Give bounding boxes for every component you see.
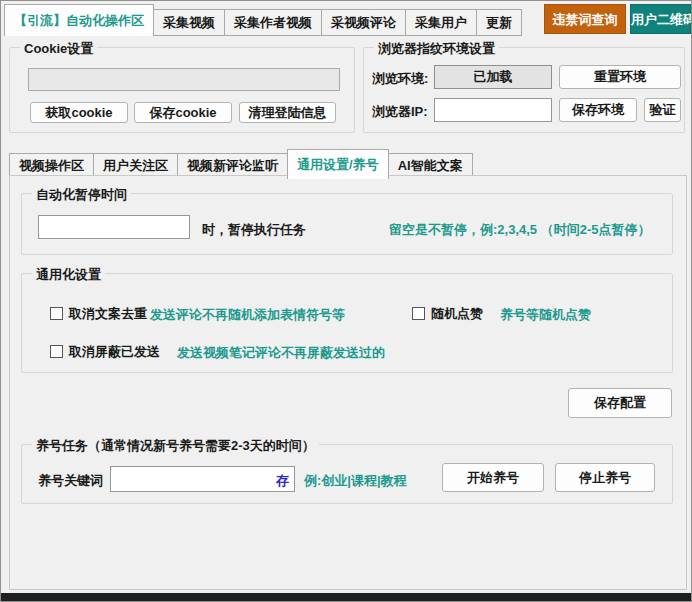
nurture-keyword-hint: 例:创业|课程|教程 (304, 472, 407, 490)
window-bottom-edge (1, 593, 691, 601)
keyword-save-link[interactable]: 存 (276, 472, 289, 490)
option-random-like[interactable]: 随机点赞 (412, 305, 483, 323)
stop-nurture-button[interactable]: 停止养号 (555, 463, 655, 492)
option-no-dedup[interactable]: 取消文案去重 (50, 305, 147, 323)
tab-update[interactable]: 更新 (476, 9, 522, 36)
env-label: 浏览环境: (372, 70, 428, 88)
cookie-group-title: Cookie设置 (20, 40, 97, 58)
cookie-value-field[interactable] (28, 68, 340, 91)
browser-env-group-title: 浏览器指纹环境设置 (374, 40, 499, 58)
auto-pause-group-title: 自动化暂停时间 (32, 186, 131, 204)
nurture-group-title: 养号任务（通常情况新号养号需要2-3天的时间） (32, 437, 319, 455)
nurture-task-group: 养号任务（通常情况新号养号需要2-3天的时间） 养号关键词 存 例:创业|课程|… (21, 444, 673, 504)
get-cookie-button[interactable]: 获取cookie (30, 102, 128, 123)
random-like-checkbox[interactable] (412, 307, 425, 320)
general-group-title: 通用化设置 (32, 266, 105, 284)
tab-collect-video-comments[interactable]: 采视频评论 (321, 9, 406, 36)
option-no-block-sent[interactable]: 取消屏蔽已发送 (50, 343, 160, 361)
forbidden-words-query-button[interactable]: 违禁词查询 (544, 4, 626, 34)
no-block-sent-checkbox[interactable] (50, 345, 63, 358)
pause-suffix-label: 时，暂停执行任务 (202, 221, 306, 239)
general-settings-group: 通用化设置 取消文案去重 发送评论不再随机添加表情符号等 随机点赞 养号等随机点… (21, 273, 673, 373)
save-env-button[interactable]: 保存环境 (559, 98, 637, 122)
browser-ip-field[interactable] (434, 98, 552, 122)
pause-hint: 留空是不暂停，例:2,3,4,5 （时间2-5点暂停） (389, 221, 651, 239)
no-dedup-hint: 发送评论不再随机添加表情符号等 (150, 306, 345, 324)
cookie-settings-group: Cookie设置 获取cookie 保存cookie 清理登陆信息 (9, 47, 355, 133)
nurture-keyword-label: 养号关键词 (38, 472, 103, 490)
pause-hours-field[interactable] (38, 215, 190, 239)
random-like-hint: 养号等随机点赞 (500, 306, 591, 324)
no-block-sent-label[interactable]: 取消屏蔽已发送 (69, 344, 160, 359)
env-status-box: 已加载 (434, 65, 552, 89)
clear-login-info-button[interactable]: 清理登陆信息 (239, 102, 336, 123)
no-block-sent-hint: 发送视频笔记评论不再屏蔽发送过的 (177, 344, 385, 362)
main-tab-bar: 【引流】自动化操作区 采集视频 采集作者视频 采视频评论 采集用户 更新 (4, 4, 521, 36)
tab-auto-operation[interactable]: 【引流】自动化操作区 (4, 4, 154, 36)
tab-collect-author-video[interactable]: 采集作者视频 (224, 9, 322, 36)
auto-pause-group: 自动化暂停时间 时，暂停执行任务 留空是不暂停，例:2,3,4,5 （时间2-5… (21, 193, 673, 255)
tab-collect-video[interactable]: 采集视频 (153, 9, 225, 36)
random-like-label[interactable]: 随机点赞 (431, 306, 483, 321)
app-window: 【引流】自动化操作区 采集视频 采集作者视频 采视频评论 采集用户 更新 违禁词… (0, 0, 692, 602)
nurture-keyword-field[interactable] (110, 466, 295, 492)
save-config-button[interactable]: 保存配置 (568, 388, 672, 418)
no-dedup-label[interactable]: 取消文案去重 (69, 306, 147, 321)
reset-env-button[interactable]: 重置环境 (559, 65, 681, 89)
verify-button[interactable]: 验证 (644, 98, 681, 122)
no-dedup-checkbox[interactable] (50, 307, 63, 320)
user-qrcode-button[interactable]: 用户二维码 (630, 4, 691, 34)
browser-env-group: 浏览器指纹环境设置 浏览环境: 已加载 重置环境 浏览器IP: 保存环境 验证 (363, 47, 685, 133)
browser-ip-label: 浏览器IP: (372, 103, 428, 121)
start-nurture-button[interactable]: 开始养号 (442, 463, 544, 492)
tab-collect-users[interactable]: 采集用户 (405, 9, 477, 36)
save-cookie-button[interactable]: 保存cookie (134, 102, 232, 123)
subtab-general-settings[interactable]: 通用设置/养号 (287, 149, 389, 179)
